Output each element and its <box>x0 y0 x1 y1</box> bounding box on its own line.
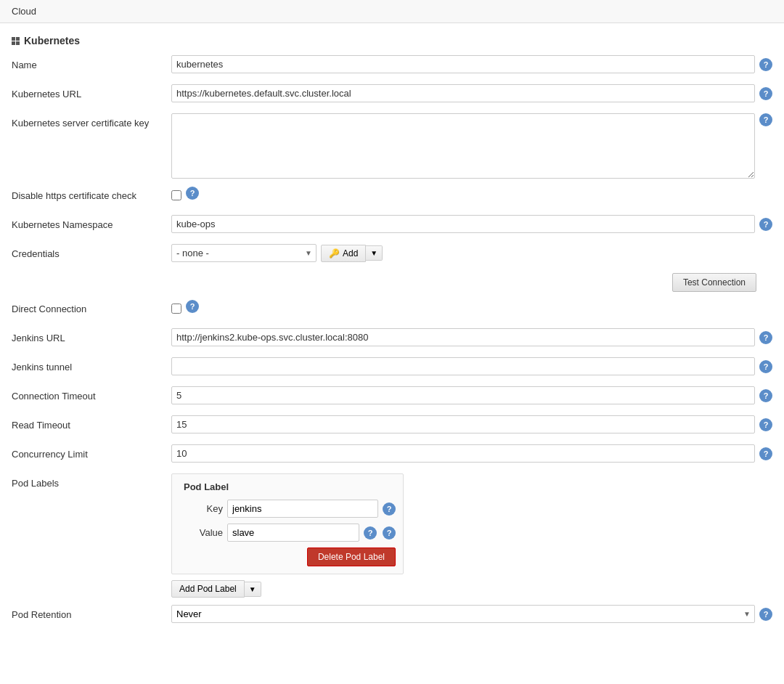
kubernetes-url-control: ? <box>171 84 772 102</box>
direct-connection-row: Direct Connection ? <box>12 299 772 321</box>
jenkins-url-control: ? <box>171 328 772 346</box>
page-header: Cloud <box>0 0 784 23</box>
read-timeout-control: ? <box>171 415 772 433</box>
add-pod-label-label: Add Pod Label <box>179 584 237 594</box>
pod-labels-label: Pod Labels <box>12 473 171 489</box>
pod-labels-row: Pod Labels Pod Label Key ? <box>12 473 772 598</box>
pod-label-key-label: Key <box>179 503 223 514</box>
direct-connection-help-icon[interactable]: ? <box>186 300 199 313</box>
read-timeout-help-icon[interactable]: ? <box>759 418 772 431</box>
disable-https-row: Disable https certificate check ? <box>12 186 772 208</box>
jenkins-tunnel-input[interactable] <box>171 357 755 375</box>
connection-timeout-input[interactable] <box>171 386 755 404</box>
cert-key-row: Kubernetes server certificate key ? <box>12 113 772 179</box>
connection-timeout-row: Connection Timeout ? <box>12 386 772 408</box>
disable-https-label: Disable https certificate check <box>12 186 171 201</box>
add-pod-label-button[interactable]: Add Pod Label <box>171 580 245 598</box>
pod-label-value-row: Value ? ? <box>179 524 396 542</box>
cert-key-textarea[interactable] <box>171 113 755 179</box>
jenkins-url-row: Jenkins URL ? <box>12 328 772 350</box>
pod-retention-help-icon[interactable]: ? <box>759 608 772 621</box>
pod-label-title: Pod Label <box>184 481 229 492</box>
test-connection-button[interactable]: Test Connection <box>672 273 756 292</box>
name-help-icon[interactable]: ? <box>759 58 772 71</box>
namespace-row: Kubernetes Namespace ? <box>12 215 772 237</box>
pod-label-key-help-icon[interactable]: ? <box>383 502 396 516</box>
add-pod-label-row: Add Pod Label ▼ <box>171 580 404 598</box>
namespace-help-icon[interactable]: ? <box>759 218 772 231</box>
connection-timeout-control: ? <box>171 386 772 404</box>
grid-icon <box>12 37 20 45</box>
jenkins-tunnel-label: Jenkins tunnel <box>12 357 171 372</box>
concurrency-limit-control: ? <box>171 444 772 463</box>
pod-label-value-help-icon[interactable]: ? <box>364 526 377 540</box>
read-timeout-input[interactable] <box>171 415 755 433</box>
jenkins-url-input[interactable] <box>171 328 755 346</box>
namespace-input[interactable] <box>171 215 755 233</box>
pod-label-key-row: Key ? <box>179 500 396 518</box>
add-pod-label-dropdown-button[interactable]: ▼ <box>245 582 261 597</box>
pod-label-key-input[interactable] <box>227 500 378 518</box>
section-title: Kubernetes <box>24 35 80 46</box>
disable-https-checkbox[interactable] <box>171 190 181 200</box>
disable-https-control: ? <box>171 186 772 200</box>
kubernetes-url-row: Kubernetes URL ? <box>12 84 772 106</box>
credentials-control: - none - ▼ 🔑 Add ▼ <box>171 244 772 262</box>
jenkins-url-help-icon[interactable]: ? <box>759 331 772 344</box>
page-title: Cloud <box>12 6 36 17</box>
pod-retention-row: Pod Retention Never Always On Failure De… <box>12 605 772 627</box>
credentials-row: Credentials - none - ▼ 🔑 Add ▼ <box>12 244 772 266</box>
read-timeout-label: Read Timeout <box>12 415 171 431</box>
pod-retention-select[interactable]: Never Always On Failure Default <box>171 605 755 623</box>
concurrency-limit-input[interactable] <box>171 444 755 463</box>
cert-key-control: ? <box>171 113 772 179</box>
add-credentials-dropdown-button[interactable]: ▼ <box>366 245 383 261</box>
direct-connection-checkbox[interactable] <box>171 304 181 314</box>
jenkins-tunnel-control: ? <box>171 357 772 375</box>
credentials-select[interactable]: - none - <box>171 244 317 262</box>
namespace-control: ? <box>171 215 772 233</box>
credentials-select-wrap: - none - ▼ <box>171 244 317 262</box>
pod-label-value-help-icon2[interactable]: ? <box>383 526 396 540</box>
cert-key-label: Kubernetes server certificate key <box>12 113 171 129</box>
add-credentials-label: Add <box>343 248 358 258</box>
kubernetes-url-input[interactable] <box>171 84 755 102</box>
key-icon: 🔑 <box>329 248 340 258</box>
disable-https-help-icon[interactable]: ? <box>186 187 199 200</box>
delete-pod-label-row: Delete Pod Label <box>179 547 396 566</box>
pod-labels-control: Pod Label Key ? Value ? ? Delete Pod <box>171 473 772 598</box>
kubernetes-url-label: Kubernetes URL <box>12 84 171 99</box>
pod-label-header: Pod Label <box>179 481 396 492</box>
concurrency-limit-row: Concurrency Limit ? <box>12 444 772 466</box>
pod-label-value-input[interactable] <box>227 524 359 542</box>
pod-retention-control: Never Always On Failure Default ▼ ? <box>171 605 772 623</box>
name-input[interactable] <box>171 55 755 73</box>
cert-key-help-icon[interactable]: ? <box>759 113 772 126</box>
jenkins-tunnel-help-icon[interactable]: ? <box>759 360 772 373</box>
pod-label-value-label: Value <box>179 527 223 538</box>
pod-retention-select-wrap: Never Always On Failure Default ▼ <box>171 605 755 623</box>
connection-timeout-label: Connection Timeout <box>12 386 171 402</box>
name-label: Name <box>12 55 171 70</box>
pod-label-container: Pod Label Key ? Value ? ? Delete Pod <box>171 473 404 574</box>
add-credentials-wrap: 🔑 Add ▼ <box>321 245 383 262</box>
jenkins-url-label: Jenkins URL <box>12 328 171 343</box>
name-row: Name ? <box>12 55 772 77</box>
concurrency-limit-label: Concurrency Limit <box>12 444 171 460</box>
concurrency-limit-help-icon[interactable]: ? <box>759 447 772 460</box>
delete-pod-label-button[interactable]: Delete Pod Label <box>307 547 396 566</box>
jenkins-tunnel-row: Jenkins tunnel ? <box>12 357 772 379</box>
credentials-label: Credentials <box>12 244 171 259</box>
namespace-label: Kubernetes Namespace <box>12 215 171 230</box>
connection-timeout-help-icon[interactable]: ? <box>759 389 772 402</box>
name-control: ? <box>171 55 772 73</box>
direct-connection-label: Direct Connection <box>12 299 171 314</box>
section-header: Kubernetes <box>12 35 772 46</box>
test-connection-row: Test Connection <box>12 273 756 292</box>
direct-connection-control: ? <box>171 299 772 314</box>
pod-labels-section: Pod Label Key ? Value ? ? Delete Pod <box>171 473 404 598</box>
read-timeout-row: Read Timeout ? <box>12 415 772 437</box>
pod-retention-label: Pod Retention <box>12 605 171 620</box>
kubernetes-url-help-icon[interactable]: ? <box>759 87 772 100</box>
add-credentials-button[interactable]: 🔑 Add <box>321 245 366 262</box>
